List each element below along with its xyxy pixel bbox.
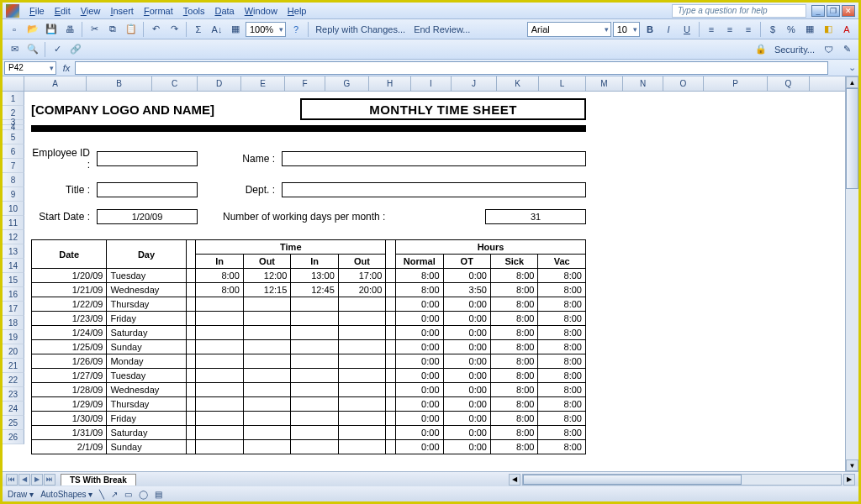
table-row[interactable]: 1/21/09Wednesday8:0012:1512:4520:008:003…	[32, 283, 586, 297]
menu-tools[interactable]: Tools	[178, 4, 210, 18]
row-header-12[interactable]: 12	[3, 230, 24, 244]
menu-window[interactable]: Window	[240, 4, 283, 18]
hscroll-thumb[interactable]	[523, 475, 742, 485]
borders-icon[interactable]: ▦	[801, 21, 818, 38]
hyperlink-icon[interactable]: 🔗	[67, 41, 84, 58]
protect-icon[interactable]: 🛡	[820, 41, 837, 58]
scroll-up-icon[interactable]: ▲	[846, 76, 858, 88]
help-icon[interactable]: ?	[288, 21, 304, 38]
row-header-23[interactable]: 23	[3, 387, 24, 402]
fx-icon[interactable]: fx	[60, 61, 73, 75]
reply-changes-button[interactable]: Reply with Changes...	[312, 24, 409, 34]
undo-icon[interactable]: ↶	[147, 21, 164, 38]
expand-formula-icon[interactable]: ⌄	[845, 62, 858, 73]
underline-icon[interactable]: U	[679, 21, 695, 38]
autoshapes-menu[interactable]: AutoShapes ▾	[40, 490, 92, 499]
col-header-B[interactable]: B	[87, 76, 152, 91]
copy-icon[interactable]: ⧉	[104, 21, 121, 38]
menu-data[interactable]: Data	[209, 4, 239, 18]
col-header-D[interactable]: D	[198, 76, 241, 91]
col-header-H[interactable]: H	[369, 76, 411, 91]
employee-id-input[interactable]	[97, 151, 198, 166]
col-header-F[interactable]: F	[285, 76, 325, 91]
table-row[interactable]: 2/1/09Sunday0:000:008:008:00	[32, 440, 586, 454]
row-header-1[interactable]: 1	[3, 92, 24, 106]
menu-help[interactable]: Help	[283, 4, 312, 18]
currency-icon[interactable]: $	[764, 21, 781, 38]
col-header-L[interactable]: L	[539, 76, 586, 91]
vertical-scrollbar[interactable]: ▲ ▼	[845, 76, 858, 471]
sort-asc-icon[interactable]: A↓	[209, 21, 225, 38]
dept-input[interactable]	[282, 182, 586, 197]
arrow-icon[interactable]: ↗	[111, 490, 118, 499]
help-search-input[interactable]: Type a question for help	[672, 4, 806, 18]
row-header-14[interactable]: 14	[3, 259, 24, 273]
italic-icon[interactable]: I	[660, 21, 677, 38]
align-center-icon[interactable]: ≡	[721, 21, 738, 38]
chart-icon[interactable]: ▦	[227, 21, 244, 38]
row-header-25[interactable]: 25	[3, 416, 24, 430]
name-input[interactable]	[282, 151, 586, 166]
email-icon[interactable]: ✉	[6, 41, 23, 58]
menu-insert[interactable]: Insert	[105, 4, 139, 18]
col-header-G[interactable]: G	[325, 76, 369, 91]
paste-icon[interactable]: 📋	[123, 21, 140, 38]
row-header-19[interactable]: 19	[3, 330, 24, 344]
table-row[interactable]: 1/27/09Tuesday0:000:008:008:00	[32, 369, 586, 383]
col-header-A[interactable]: A	[24, 76, 87, 91]
timesheet-table[interactable]: Date Day Time Hours In Out In	[31, 239, 586, 454]
tab-prev-icon[interactable]: ◀	[18, 474, 30, 486]
scroll-left-icon[interactable]: ◀	[509, 474, 520, 486]
close-button[interactable]: ✕	[842, 5, 855, 17]
title-input[interactable]	[97, 182, 198, 197]
research-icon[interactable]: 🔍	[24, 41, 41, 58]
fontcolor-icon[interactable]: A	[838, 21, 855, 38]
menu-edit[interactable]: Edit	[50, 4, 76, 18]
row-header-11[interactable]: 11	[3, 216, 24, 230]
row-header-13[interactable]: 13	[3, 244, 24, 259]
row-header-17[interactable]: 17	[3, 302, 24, 316]
save-icon[interactable]: 💾	[43, 21, 60, 38]
vscroll-thumb[interactable]	[846, 88, 858, 189]
col-header-I[interactable]: I	[411, 76, 452, 91]
table-row[interactable]: 1/23/09Friday0:000:008:008:00	[32, 312, 586, 326]
zoom-combo[interactable]: 100%	[246, 22, 286, 37]
spreadsheet-grid[interactable]: ABCDEFGHIJKLMNOPQ [COMPANY LOGO AND NAME…	[3, 76, 858, 471]
font-combo[interactable]: Arial	[527, 22, 611, 37]
start-date-input[interactable]: 1/20/09	[97, 209, 198, 224]
row-header-24[interactable]: 24	[3, 402, 24, 416]
col-header-K[interactable]: K	[497, 76, 539, 91]
table-row[interactable]: 1/24/09Saturday0:000:008:008:00	[32, 326, 586, 340]
row-header-7[interactable]: 7	[3, 159, 24, 173]
align-right-icon[interactable]: ≡	[740, 21, 757, 38]
fillcolor-icon[interactable]: ◧	[820, 21, 837, 38]
table-row[interactable]: 1/31/09Saturday0:000:008:008:00	[32, 426, 586, 440]
col-header-J[interactable]: J	[452, 76, 497, 91]
print-icon[interactable]: 🖶	[61, 21, 78, 38]
table-row[interactable]: 1/20/09Tuesday8:0012:0013:0017:008:000:0…	[32, 269, 586, 283]
end-review-button[interactable]: End Review...	[410, 24, 473, 34]
redo-icon[interactable]: ↷	[166, 21, 182, 38]
new-icon[interactable]: ▫	[6, 21, 23, 38]
row-header-8[interactable]: 8	[3, 173, 24, 187]
scroll-down-icon[interactable]: ▼	[846, 459, 858, 471]
row-header-22[interactable]: 22	[3, 373, 24, 387]
col-header-Q[interactable]: Q	[768, 76, 810, 91]
row-header-26[interactable]: 26	[3, 430, 24, 444]
row-header-18[interactable]: 18	[3, 316, 24, 330]
row-header-21[interactable]: 21	[3, 359, 24, 373]
row-header-10[interactable]: 10	[3, 202, 24, 216]
table-row[interactable]: 1/25/09Sunday0:000:008:008:00	[32, 340, 586, 354]
rect-icon[interactable]: ▭	[124, 490, 132, 499]
row-header-9[interactable]: 9	[3, 187, 24, 202]
spellcheck-icon[interactable]: ✓	[49, 41, 66, 58]
line-icon[interactable]: ╲	[99, 490, 104, 499]
table-row[interactable]: 1/29/09Thursday0:000:008:008:00	[32, 397, 586, 412]
row-header-5[interactable]: 5	[3, 130, 24, 144]
row-header-20[interactable]: 20	[3, 344, 24, 359]
oval-icon[interactable]: ◯	[139, 490, 148, 499]
fontsize-combo[interactable]: 10	[613, 22, 640, 37]
bold-icon[interactable]: B	[642, 21, 658, 38]
textbox-icon[interactable]: ▤	[155, 490, 162, 499]
tab-first-icon[interactable]: ⏮	[6, 474, 18, 486]
